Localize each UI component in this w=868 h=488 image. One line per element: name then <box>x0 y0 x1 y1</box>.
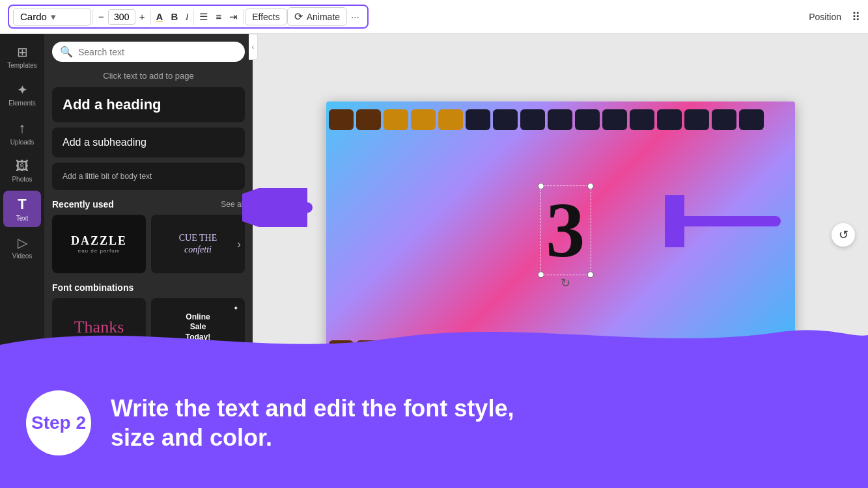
animate-icon: ⟳ <box>294 10 303 23</box>
film-hole <box>712 340 736 361</box>
sidebar-item-label-charts: Charts <box>12 394 31 401</box>
selected-text-element[interactable]: 3 ↻ <box>540 185 591 275</box>
sidebar-item-photos[interactable]: 🖼 Photos <box>3 154 41 188</box>
list-button[interactable]: ≡ <box>212 8 225 25</box>
effects-button[interactable]: Effects <box>245 8 287 25</box>
list-icon: ≡ <box>216 11 221 22</box>
logos-icon: © <box>18 422 27 437</box>
film-hole <box>657 340 682 361</box>
film-hole <box>575 340 600 361</box>
font-name-label: Cardo <box>20 11 47 22</box>
panel-collapse-button[interactable]: ‹ <box>249 34 258 60</box>
selection-handle-tr[interactable] <box>587 183 593 189</box>
font-size-increase[interactable]: + <box>135 8 149 25</box>
search-input[interactable] <box>78 47 237 57</box>
film-hole <box>329 109 354 130</box>
sidebar-item-templates[interactable]: ⊞ Templates <box>3 39 41 74</box>
divider-2 <box>150 9 151 25</box>
film-hole <box>520 340 545 361</box>
canvas[interactable]: 3 ↻ <box>326 102 795 368</box>
italic-button[interactable]: I <box>182 8 192 25</box>
more-icon: ··· <box>17 459 28 474</box>
sidebar-item-label-videos: Videos <box>12 252 32 260</box>
film-hole <box>438 109 463 130</box>
search-bar[interactable]: 🔍 <box>52 42 245 62</box>
see-all-button[interactable]: See all <box>221 200 245 209</box>
film-hole <box>411 340 436 361</box>
indent-icon: ⇥ <box>229 11 238 23</box>
film-hole <box>684 109 709 130</box>
film-hole <box>602 340 627 361</box>
sidebar-item-text[interactable]: T Text <box>3 191 41 227</box>
film-hole <box>739 109 764 130</box>
film-hole <box>493 340 518 361</box>
align-button[interactable]: ☰ <box>195 8 212 25</box>
divider-3 <box>193 9 194 25</box>
film-hole <box>411 109 436 130</box>
film-hole <box>384 340 408 361</box>
charts-icon: 📈 <box>14 376 31 392</box>
add-subheading-option[interactable]: Add a subheading <box>52 128 245 157</box>
sidebar-item-charts[interactable]: 📈 Charts <box>3 371 41 406</box>
more-options-button[interactable]: ··· <box>347 8 363 25</box>
film-hole <box>356 340 381 361</box>
divider-1 <box>92 9 93 25</box>
indent-button[interactable]: ⇥ <box>225 8 242 25</box>
cue-text: CUE THEconfetti <box>179 232 217 256</box>
sidebar-item-label-more: More <box>15 476 30 483</box>
add-body-option[interactable]: Add a little bit of body text <box>52 163 245 190</box>
refresh-icon: ↺ <box>839 228 848 242</box>
film-hole <box>739 340 764 361</box>
font-chevron-icon: ▾ <box>51 11 56 23</box>
sidebar-item-more[interactable]: ··· More <box>3 454 41 488</box>
selection-handle-bl[interactable] <box>537 271 544 278</box>
sidebar-item-videos[interactable]: ▷ Videos <box>3 230 41 265</box>
film-hole <box>520 109 545 130</box>
grid-icon[interactable]: ⠿ <box>852 10 860 24</box>
align-icon: ☰ <box>199 11 208 23</box>
font-combo-thanks[interactable]: Thanks <box>52 298 146 357</box>
film-hole <box>712 109 736 130</box>
selection-handle-tl[interactable] <box>537 183 544 189</box>
film-hole <box>438 340 463 361</box>
refresh-button[interactable]: ↺ <box>832 223 855 247</box>
sidebar-item-elements[interactable]: ✦ Elements <box>3 77 41 112</box>
recently-used-grid: DAZZLE eau de parfum CUE THEconfetti › <box>52 215 245 273</box>
sidebar-item-logos[interactable]: © Logos <box>3 416 41 451</box>
bold-button[interactable]: B <box>167 8 182 25</box>
film-strip-top <box>326 102 795 137</box>
animate-button[interactable]: ⟳ Animate <box>287 7 347 26</box>
divider-4 <box>243 9 244 25</box>
film-hole <box>575 109 600 130</box>
font-combo-online-sale[interactable]: Online Sale Today! ✦ <box>151 298 245 357</box>
font-color-button[interactable]: A <box>152 8 167 25</box>
star-icon: ✦ <box>233 305 238 312</box>
add-page-button[interactable]: + <box>324 448 352 476</box>
selection-handle-br[interactable] <box>587 271 593 278</box>
film-hole <box>329 340 354 361</box>
film-hole <box>466 340 490 361</box>
film-hole <box>548 340 572 361</box>
templates-icon: ⊞ <box>17 44 28 60</box>
sidebar-item-uploads[interactable]: ↑ Uploads <box>3 115 41 151</box>
font-size-decrease[interactable]: − <box>94 8 108 25</box>
rotate-handle[interactable]: ↻ <box>561 276 570 290</box>
photos-icon: 🖼 <box>16 159 29 174</box>
position-label[interactable]: Position <box>809 12 841 22</box>
uploads-icon: ↑ <box>19 120 26 137</box>
canvas-number-text[interactable]: 3 <box>546 191 585 269</box>
font-size-input[interactable] <box>108 9 135 25</box>
page-thumbnail-1[interactable]: 3 <box>266 444 318 480</box>
sidebar-item-label-uploads: Uploads <box>10 139 35 146</box>
sidebar-item-label-templates: Templates <box>7 62 37 69</box>
font-selector[interactable]: Cardo ▾ <box>13 8 91 26</box>
add-heading-option[interactable]: Add a heading <box>52 87 245 122</box>
recently-used-cue[interactable]: CUE THEconfetti › <box>151 215 245 273</box>
thumbnail-bar: 3 + <box>253 436 868 488</box>
film-hole <box>630 109 654 130</box>
recently-used-dazzle[interactable]: DAZZLE eau de parfum <box>52 215 146 273</box>
left-panel: 🔍 Click text to add to page Add a headin… <box>44 34 253 488</box>
font-combinations-grid: Thanks Online Sale Today! ✦ <box>52 298 245 357</box>
next-arrow-icon[interactable]: › <box>237 237 241 251</box>
sidebar-item-label-elements: Elements <box>8 100 36 107</box>
